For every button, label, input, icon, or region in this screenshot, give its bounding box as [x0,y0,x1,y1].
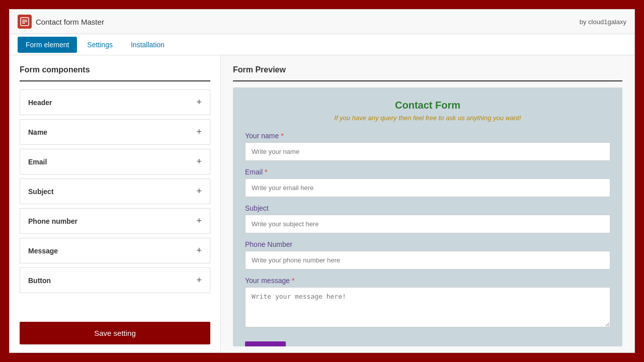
input-phone-number[interactable] [245,251,610,269]
tab-form-element[interactable]: Form element [18,37,77,53]
component-label-subject: Subject [28,188,54,196]
field-label-phone-number: Phone Number [245,240,610,248]
component-label-email: Email [28,158,47,166]
form-preview-area: Contact Form If you have any query then … [233,87,622,346]
field-label-your-name: Your name * [245,132,610,140]
plus-icon-subject: + [196,186,202,197]
field-label-message: Your message * [245,277,610,285]
required-star-email: * [265,168,267,176]
plus-icon-button: + [196,275,202,286]
component-item-button[interactable]: Button + [20,267,210,293]
plus-icon-email: + [196,156,202,167]
plus-icon-header: + [196,97,202,108]
required-star-message: * [292,277,294,285]
component-label-button: Button [28,277,51,285]
component-label-name: Name [28,128,47,136]
component-item-message[interactable]: Message + [20,238,210,263]
component-label-header: Header [28,99,52,107]
save-setting-button[interactable]: Save setting [20,322,210,344]
plus-icon-phone-number: + [196,216,202,226]
panel-title: Form components [10,55,220,80]
plus-icon-message: + [196,245,202,256]
form-subtitle: If you have any query then feel free to … [245,114,610,122]
component-label-phone-number: Phone number [28,217,77,225]
preview-divider [233,80,622,81]
component-item-email[interactable]: Email + [20,149,210,174]
field-label-subject: Subject [245,204,610,212]
form-title: Contact Form [245,100,610,111]
component-label-message: Message [28,247,58,255]
component-item-subject[interactable]: Subject + [20,178,210,204]
field-group-phone-number: Phone Number [245,240,610,269]
left-panel: Form components Header + Name + Email + … [10,55,221,352]
component-list: Header + Name + Email + Subject + Phone … [10,85,220,316]
right-panel: Form Preview Contact Form If you have an… [221,55,634,352]
tab-installation[interactable]: Installation [123,37,173,53]
input-subject[interactable] [245,215,610,233]
field-group-subject: Subject [245,204,610,233]
input-email[interactable] [245,178,610,197]
plus-icon-name: + [196,127,202,137]
required-star-name: * [281,132,283,140]
field-group-message: Your message * [245,277,610,329]
preview-title: Form Preview [221,55,634,80]
field-group-email: Email * [245,168,610,197]
app-credit: by cloud1galaxy [580,18,626,26]
tab-settings[interactable]: Settings [79,37,121,53]
component-item-name[interactable]: Name + [20,119,210,145]
app-title: Contact form Master [36,18,104,26]
nav-bar: Form element Settings Installation [10,34,634,55]
component-item-phone-number[interactable]: Phone number + [20,208,210,234]
app-icon [18,15,32,29]
panel-divider [20,80,210,81]
field-label-email: Email * [245,168,610,176]
field-group-your-name: Your name * [245,132,610,161]
input-your-name[interactable] [245,142,610,161]
send-button[interactable]: Send [245,341,286,346]
component-item-header[interactable]: Header + [20,89,210,115]
textarea-message[interactable] [245,287,610,327]
